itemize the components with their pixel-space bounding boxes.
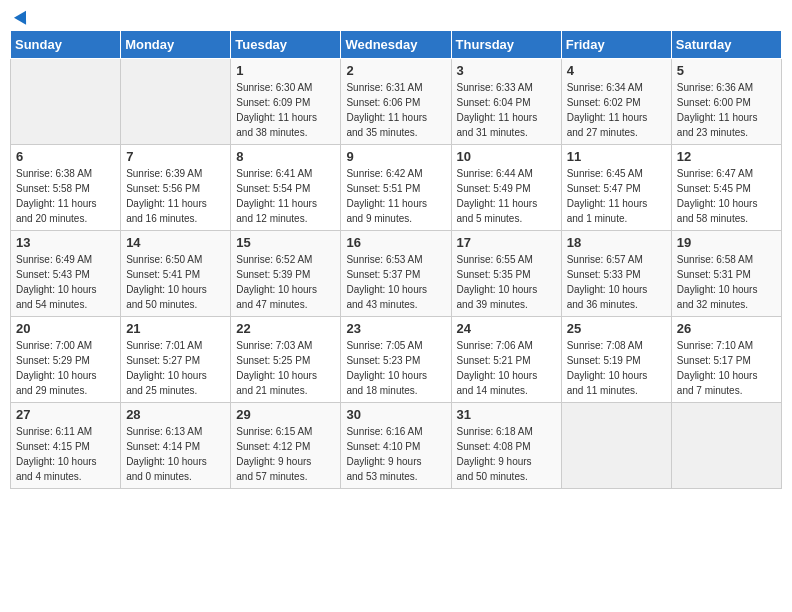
day-info: Sunrise: 6:58 AM Sunset: 5:31 PM Dayligh… bbox=[677, 252, 776, 312]
day-number: 16 bbox=[346, 235, 445, 250]
header-day-tuesday: Tuesday bbox=[231, 31, 341, 59]
calendar-week-5: 27Sunrise: 6:11 AM Sunset: 4:15 PM Dayli… bbox=[11, 403, 782, 489]
day-number: 2 bbox=[346, 63, 445, 78]
day-number: 22 bbox=[236, 321, 335, 336]
day-number: 29 bbox=[236, 407, 335, 422]
day-info: Sunrise: 6:16 AM Sunset: 4:10 PM Dayligh… bbox=[346, 424, 445, 484]
calendar-cell: 5Sunrise: 6:36 AM Sunset: 6:00 PM Daylig… bbox=[671, 59, 781, 145]
day-number: 24 bbox=[457, 321, 556, 336]
calendar-cell: 31Sunrise: 6:18 AM Sunset: 4:08 PM Dayli… bbox=[451, 403, 561, 489]
day-number: 6 bbox=[16, 149, 115, 164]
calendar-cell: 14Sunrise: 6:50 AM Sunset: 5:41 PM Dayli… bbox=[121, 231, 231, 317]
day-number: 12 bbox=[677, 149, 776, 164]
day-number: 18 bbox=[567, 235, 666, 250]
day-number: 28 bbox=[126, 407, 225, 422]
header-day-saturday: Saturday bbox=[671, 31, 781, 59]
day-number: 21 bbox=[126, 321, 225, 336]
calendar-cell: 30Sunrise: 6:16 AM Sunset: 4:10 PM Dayli… bbox=[341, 403, 451, 489]
day-number: 20 bbox=[16, 321, 115, 336]
calendar-cell: 15Sunrise: 6:52 AM Sunset: 5:39 PM Dayli… bbox=[231, 231, 341, 317]
day-info: Sunrise: 6:34 AM Sunset: 6:02 PM Dayligh… bbox=[567, 80, 666, 140]
day-number: 10 bbox=[457, 149, 556, 164]
day-number: 3 bbox=[457, 63, 556, 78]
day-number: 23 bbox=[346, 321, 445, 336]
day-info: Sunrise: 6:11 AM Sunset: 4:15 PM Dayligh… bbox=[16, 424, 115, 484]
day-info: Sunrise: 7:03 AM Sunset: 5:25 PM Dayligh… bbox=[236, 338, 335, 398]
calendar-cell: 6Sunrise: 6:38 AM Sunset: 5:58 PM Daylig… bbox=[11, 145, 121, 231]
day-info: Sunrise: 7:08 AM Sunset: 5:19 PM Dayligh… bbox=[567, 338, 666, 398]
day-info: Sunrise: 6:53 AM Sunset: 5:37 PM Dayligh… bbox=[346, 252, 445, 312]
day-number: 27 bbox=[16, 407, 115, 422]
calendar-cell: 4Sunrise: 6:34 AM Sunset: 6:02 PM Daylig… bbox=[561, 59, 671, 145]
day-info: Sunrise: 6:15 AM Sunset: 4:12 PM Dayligh… bbox=[236, 424, 335, 484]
calendar-week-3: 13Sunrise: 6:49 AM Sunset: 5:43 PM Dayli… bbox=[11, 231, 782, 317]
day-info: Sunrise: 6:13 AM Sunset: 4:14 PM Dayligh… bbox=[126, 424, 225, 484]
day-info: Sunrise: 6:49 AM Sunset: 5:43 PM Dayligh… bbox=[16, 252, 115, 312]
day-info: Sunrise: 7:05 AM Sunset: 5:23 PM Dayligh… bbox=[346, 338, 445, 398]
calendar-cell: 10Sunrise: 6:44 AM Sunset: 5:49 PM Dayli… bbox=[451, 145, 561, 231]
calendar-cell bbox=[561, 403, 671, 489]
day-info: Sunrise: 6:42 AM Sunset: 5:51 PM Dayligh… bbox=[346, 166, 445, 226]
calendar-cell: 23Sunrise: 7:05 AM Sunset: 5:23 PM Dayli… bbox=[341, 317, 451, 403]
calendar-cell: 21Sunrise: 7:01 AM Sunset: 5:27 PM Dayli… bbox=[121, 317, 231, 403]
calendar-week-1: 1Sunrise: 6:30 AM Sunset: 6:09 PM Daylig… bbox=[11, 59, 782, 145]
day-number: 13 bbox=[16, 235, 115, 250]
calendar-cell bbox=[121, 59, 231, 145]
logo-icon bbox=[14, 7, 32, 24]
calendar-table: SundayMondayTuesdayWednesdayThursdayFrid… bbox=[10, 30, 782, 489]
day-info: Sunrise: 6:57 AM Sunset: 5:33 PM Dayligh… bbox=[567, 252, 666, 312]
day-number: 26 bbox=[677, 321, 776, 336]
day-info: Sunrise: 6:18 AM Sunset: 4:08 PM Dayligh… bbox=[457, 424, 556, 484]
calendar-cell: 13Sunrise: 6:49 AM Sunset: 5:43 PM Dayli… bbox=[11, 231, 121, 317]
calendar-cell: 17Sunrise: 6:55 AM Sunset: 5:35 PM Dayli… bbox=[451, 231, 561, 317]
calendar-cell: 28Sunrise: 6:13 AM Sunset: 4:14 PM Dayli… bbox=[121, 403, 231, 489]
day-info: Sunrise: 6:31 AM Sunset: 6:06 PM Dayligh… bbox=[346, 80, 445, 140]
calendar-cell: 2Sunrise: 6:31 AM Sunset: 6:06 PM Daylig… bbox=[341, 59, 451, 145]
calendar-cell: 3Sunrise: 6:33 AM Sunset: 6:04 PM Daylig… bbox=[451, 59, 561, 145]
day-info: Sunrise: 6:44 AM Sunset: 5:49 PM Dayligh… bbox=[457, 166, 556, 226]
calendar-cell: 20Sunrise: 7:00 AM Sunset: 5:29 PM Dayli… bbox=[11, 317, 121, 403]
header bbox=[10, 10, 782, 22]
day-number: 19 bbox=[677, 235, 776, 250]
day-info: Sunrise: 6:38 AM Sunset: 5:58 PM Dayligh… bbox=[16, 166, 115, 226]
calendar-cell: 26Sunrise: 7:10 AM Sunset: 5:17 PM Dayli… bbox=[671, 317, 781, 403]
calendar-header: SundayMondayTuesdayWednesdayThursdayFrid… bbox=[11, 31, 782, 59]
header-day-wednesday: Wednesday bbox=[341, 31, 451, 59]
day-info: Sunrise: 6:45 AM Sunset: 5:47 PM Dayligh… bbox=[567, 166, 666, 226]
calendar-cell: 19Sunrise: 6:58 AM Sunset: 5:31 PM Dayli… bbox=[671, 231, 781, 317]
day-info: Sunrise: 6:33 AM Sunset: 6:04 PM Dayligh… bbox=[457, 80, 556, 140]
day-number: 15 bbox=[236, 235, 335, 250]
day-number: 14 bbox=[126, 235, 225, 250]
calendar-week-2: 6Sunrise: 6:38 AM Sunset: 5:58 PM Daylig… bbox=[11, 145, 782, 231]
day-info: Sunrise: 6:47 AM Sunset: 5:45 PM Dayligh… bbox=[677, 166, 776, 226]
day-number: 11 bbox=[567, 149, 666, 164]
calendar-cell: 11Sunrise: 6:45 AM Sunset: 5:47 PM Dayli… bbox=[561, 145, 671, 231]
day-info: Sunrise: 7:06 AM Sunset: 5:21 PM Dayligh… bbox=[457, 338, 556, 398]
calendar-cell: 7Sunrise: 6:39 AM Sunset: 5:56 PM Daylig… bbox=[121, 145, 231, 231]
logo bbox=[14, 10, 30, 22]
day-info: Sunrise: 6:50 AM Sunset: 5:41 PM Dayligh… bbox=[126, 252, 225, 312]
header-day-monday: Monday bbox=[121, 31, 231, 59]
day-number: 5 bbox=[677, 63, 776, 78]
day-info: Sunrise: 6:52 AM Sunset: 5:39 PM Dayligh… bbox=[236, 252, 335, 312]
day-number: 4 bbox=[567, 63, 666, 78]
day-number: 25 bbox=[567, 321, 666, 336]
day-info: Sunrise: 6:55 AM Sunset: 5:35 PM Dayligh… bbox=[457, 252, 556, 312]
calendar-cell bbox=[671, 403, 781, 489]
day-info: Sunrise: 6:39 AM Sunset: 5:56 PM Dayligh… bbox=[126, 166, 225, 226]
calendar-cell: 27Sunrise: 6:11 AM Sunset: 4:15 PM Dayli… bbox=[11, 403, 121, 489]
calendar-cell: 9Sunrise: 6:42 AM Sunset: 5:51 PM Daylig… bbox=[341, 145, 451, 231]
day-info: Sunrise: 7:10 AM Sunset: 5:17 PM Dayligh… bbox=[677, 338, 776, 398]
day-info: Sunrise: 6:36 AM Sunset: 6:00 PM Dayligh… bbox=[677, 80, 776, 140]
day-number: 8 bbox=[236, 149, 335, 164]
day-info: Sunrise: 7:01 AM Sunset: 5:27 PM Dayligh… bbox=[126, 338, 225, 398]
calendar-week-4: 20Sunrise: 7:00 AM Sunset: 5:29 PM Dayli… bbox=[11, 317, 782, 403]
calendar-cell: 25Sunrise: 7:08 AM Sunset: 5:19 PM Dayli… bbox=[561, 317, 671, 403]
calendar-cell: 18Sunrise: 6:57 AM Sunset: 5:33 PM Dayli… bbox=[561, 231, 671, 317]
day-info: Sunrise: 6:41 AM Sunset: 5:54 PM Dayligh… bbox=[236, 166, 335, 226]
day-number: 9 bbox=[346, 149, 445, 164]
calendar-cell: 12Sunrise: 6:47 AM Sunset: 5:45 PM Dayli… bbox=[671, 145, 781, 231]
day-number: 7 bbox=[126, 149, 225, 164]
day-number: 1 bbox=[236, 63, 335, 78]
calendar-cell bbox=[11, 59, 121, 145]
